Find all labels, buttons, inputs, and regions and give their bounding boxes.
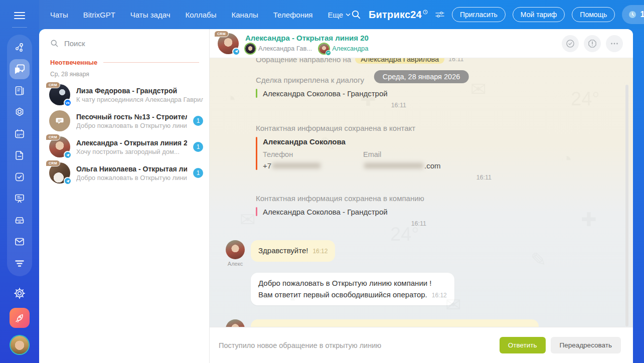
message-text: Хочу построить загородный дом, подскажит… xyxy=(258,325,512,327)
document-icon[interactable] xyxy=(13,149,26,162)
drive-icon[interactable] xyxy=(13,214,26,227)
participant-avatar xyxy=(245,44,255,54)
company-accent-bar xyxy=(256,207,257,216)
brand-clock-icon xyxy=(423,10,428,15)
clock-icon xyxy=(628,11,636,19)
section-divider-line xyxy=(103,62,199,63)
message-time: 16:11 xyxy=(256,174,492,181)
participant-operator[interactable]: Александра Гав... xyxy=(245,44,312,54)
phone-redacted xyxy=(272,163,320,168)
brand-text: Битрикс24 xyxy=(369,9,422,21)
contact-name[interactable]: Александра Соколова xyxy=(263,137,473,146)
company-value[interactable]: Александра Соколова - Грандстрой xyxy=(263,207,388,216)
mail-icon[interactable] xyxy=(13,235,26,248)
tab-more[interactable]: Еще xyxy=(328,11,351,19)
left-sidebar xyxy=(0,0,39,363)
work-time-widget[interactable]: 16:10 xyxy=(622,5,644,24)
collab-network-icon[interactable] xyxy=(13,41,26,54)
chevron-down-icon xyxy=(346,13,351,17)
participant-avatar: ⇄ xyxy=(319,44,329,54)
unread-badge: 1 xyxy=(193,116,203,126)
contact-title: Контактная информация сохранена в контак… xyxy=(256,124,492,132)
participant-name: Александра xyxy=(332,45,368,52)
chat-header-actions xyxy=(562,35,623,52)
phone-label: Телефон xyxy=(263,150,363,158)
rocket-marketplace-icon[interactable] xyxy=(10,308,30,328)
chat-preview: Хочу построить загородный дом... xyxy=(76,148,187,155)
search-icon[interactable] xyxy=(351,9,362,20)
nav-tabs: Чаты BitrixGPT Чаты задач Коллабы Каналы… xyxy=(39,11,351,19)
company-title: Контактная информация сохранена в компан… xyxy=(256,194,426,203)
more-options-button[interactable] xyxy=(606,35,623,52)
message-text: Здравствуйте! xyxy=(258,246,308,255)
whiteboard-icon[interactable] xyxy=(13,192,26,205)
chat-title[interactable]: Александра - Открытая линия 20 xyxy=(245,34,369,42)
reply-button[interactable]: Ответить xyxy=(500,337,546,353)
hamburger-menu-icon[interactable] xyxy=(14,10,25,21)
news-feed-icon[interactable] xyxy=(13,84,26,97)
chat-header: CRM Александра - Открытая линия 20 Алекс… xyxy=(210,29,633,58)
profile-avatar[interactable] xyxy=(11,336,29,354)
forward-button[interactable]: Переадресовать xyxy=(551,337,621,353)
crm-hexagon-icon[interactable] xyxy=(13,106,26,119)
email-label: Email xyxy=(363,150,473,158)
chat-title: Александра - Открытая линия 20 xyxy=(76,139,187,147)
ellipsis-icon xyxy=(609,39,619,49)
chats-icon[interactable] xyxy=(10,59,30,79)
phone-prefix: +7 xyxy=(263,161,271,170)
tab-telephony[interactable]: Телефония xyxy=(273,11,313,19)
chat-item-alexandra[interactable]: CRM Александра - Открытая линия 20 Хочу … xyxy=(39,134,209,160)
mark-read-button[interactable] xyxy=(562,35,579,52)
message-time: 16:12 xyxy=(312,248,328,255)
chat-item-olga[interactable]: CRM Ольга Николаева - Открытая лин... До… xyxy=(39,160,209,186)
deal-value[interactable]: Александра Соколова - Грандстрой xyxy=(263,89,388,98)
chat-bubble-icon xyxy=(55,116,65,126)
my-plan-button[interactable]: Мой тариф xyxy=(513,7,565,22)
sender-name: Алекс xyxy=(226,261,245,267)
chat-item-sand-guest[interactable]: Песочный гость №13 - Строитель... Добро … xyxy=(39,108,209,134)
chat-avatar[interactable]: CRM xyxy=(218,33,239,54)
settings-sliders-icon[interactable] xyxy=(435,11,445,19)
chat-title: Лиза Федорова - Грандстрой xyxy=(76,87,203,95)
telegram-badge-icon xyxy=(232,48,240,56)
settings-gear-icon[interactable] xyxy=(13,287,26,300)
tab-bitrixgpt[interactable]: BitrixGPT xyxy=(83,11,115,19)
message-time: 16:11 xyxy=(256,102,406,109)
message-incoming: Алекс Здравствуйте!16:12 xyxy=(226,240,613,267)
tab-channels[interactable]: Каналы xyxy=(231,11,258,19)
tab-collabs[interactable]: Коллабы xyxy=(185,11,216,19)
chat-item-liza[interactable]: CRM VK Лиза Федорова - Грандстрой К чату… xyxy=(39,82,209,108)
tasks-check-icon[interactable] xyxy=(13,170,26,184)
message-incoming: Алекс Хочу построить загородный дом, под… xyxy=(226,319,613,327)
crm-badge: CRM xyxy=(46,160,60,166)
calendar-icon[interactable] xyxy=(13,127,26,140)
help-button[interactable]: Помощь xyxy=(572,7,615,22)
date-chip: Среда, 28 января 2026 xyxy=(374,70,469,83)
sender-avatar[interactable] xyxy=(226,240,245,259)
alert-button[interactable] xyxy=(584,35,601,52)
tab-task-chats[interactable]: Чаты задач xyxy=(130,11,171,19)
system-message-contact: Контактная информация сохранена в контак… xyxy=(256,124,492,181)
avatar xyxy=(49,110,70,131)
search-input[interactable]: Поиск xyxy=(39,29,209,55)
chat-preview: Добро пожаловать в Открытую лини... xyxy=(76,174,187,182)
sidebar-bottom xyxy=(10,287,30,363)
top-navigation-bar: Чаты BitrixGPT Чаты задач Коллабы Каналы… xyxy=(39,0,644,29)
deal-accent-bar xyxy=(256,89,257,98)
telegram-badge-icon xyxy=(64,177,72,185)
telegram-badge-icon xyxy=(64,151,72,159)
chat-list-panel: Поиск Неотвеченные Ср, 28 января CRM VK … xyxy=(39,29,210,363)
routed-user-highlight[interactable]: Александра Гаврилова xyxy=(355,58,444,64)
message-system-welcome: Добро пожаловать в Открытую линию компан… xyxy=(251,273,613,305)
messenger-card: Поиск Неотвеченные Ср, 28 января CRM VK … xyxy=(39,29,633,363)
unanswered-label: Неотвеченные xyxy=(50,59,97,66)
topbar-right: Битрикс24 Пригласить Мой тариф Помощь 16… xyxy=(351,5,644,24)
invite-button[interactable]: Пригласить xyxy=(452,7,506,22)
chat-scrollbar[interactable] xyxy=(625,85,628,326)
open-line-badge: ⇄ xyxy=(326,50,331,56)
crm-funnel-icon[interactable] xyxy=(13,257,26,270)
sender-avatar[interactable] xyxy=(226,319,245,327)
tab-chats[interactable]: Чаты xyxy=(50,11,68,19)
bitrix24-logo: Битрикс24 xyxy=(369,9,428,21)
participant-client[interactable]: ⇄ Александра xyxy=(319,44,368,54)
